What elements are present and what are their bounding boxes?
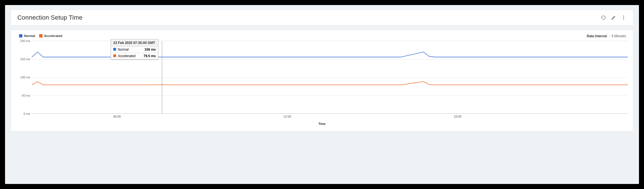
svg-point-1	[623, 17, 624, 18]
y-tick-label: 50 ms	[22, 94, 30, 97]
chart-toolbar	[600, 15, 627, 21]
legend-item-normal[interactable]: Normal	[19, 34, 35, 38]
pencil-icon	[611, 15, 616, 20]
chart-tooltip: 23 Feb 2020 07:35:00 GMT Normal 156 ms A…	[111, 39, 158, 59]
page-background: Connection Setup Time Normal Acce	[5, 5, 639, 184]
x-axis-label: Time	[16, 122, 628, 125]
y-tick-label: 200 ms	[20, 39, 30, 43]
x-axis: 06:0012:0018:00	[32, 114, 628, 122]
chart-card: Normal Accelerated Data Interval : 5 Min…	[11, 30, 633, 131]
tooltip-series-name: Normal	[118, 48, 129, 52]
tooltip-row: Normal 156 ms	[111, 46, 158, 53]
page-title: Connection Setup Time	[17, 14, 82, 21]
refresh-button[interactable]	[600, 15, 607, 21]
tooltip-row: Accelerated 79.5 ms	[111, 53, 158, 59]
hover-cursor-line	[162, 41, 162, 113]
data-interval-label: Data Interval	[587, 34, 607, 38]
plot-area-wrapper: 0 ms50 ms100 ms150 ms200 ms 23 Feb 2020 …	[16, 41, 628, 114]
legend-label: Accelerated	[44, 34, 62, 38]
refresh-icon	[601, 15, 606, 20]
legend-label: Normal	[24, 34, 35, 38]
tooltip-value: 156 ms	[140, 46, 158, 53]
tooltip-value: 79.5 ms	[140, 53, 158, 59]
tooltip-timestamp: 23 Feb 2020 07:35:00 GMT	[111, 39, 158, 46]
tooltip-table: Normal 156 ms Accelerated 79.5 ms	[111, 46, 158, 59]
y-axis: 0 ms50 ms100 ms150 ms200 ms	[16, 41, 32, 114]
svg-point-0	[623, 16, 624, 17]
grid-line	[32, 95, 628, 96]
title-card: Connection Setup Time	[11, 10, 633, 25]
y-tick-label: 0 ms	[23, 112, 30, 115]
legend-item-accelerated[interactable]: Accelerated	[39, 34, 62, 38]
tooltip-swatch-normal	[113, 48, 116, 51]
edit-button[interactable]	[610, 15, 617, 21]
x-tick-label: 12:00	[284, 115, 291, 118]
tooltip-series-name: Accelerated	[118, 54, 135, 58]
series-line-accelerated	[32, 81, 628, 85]
legend-swatch-accelerated	[39, 34, 43, 38]
chart-top-row: Normal Accelerated Data Interval : 5 Min…	[16, 33, 628, 40]
legend-swatch-normal	[19, 34, 22, 38]
chart-legend: Normal Accelerated	[19, 34, 62, 38]
y-tick-label: 100 ms	[20, 76, 30, 79]
svg-point-2	[623, 19, 624, 20]
y-tick-label: 150 ms	[20, 57, 30, 61]
data-interval: Data Interval : 5 Minutes	[587, 34, 626, 38]
x-tick-label: 18:00	[454, 115, 461, 118]
more-button[interactable]	[621, 15, 627, 21]
grid-line	[32, 77, 628, 78]
more-vertical-icon	[621, 15, 626, 20]
tooltip-swatch-accelerated	[113, 54, 116, 57]
x-tick-label: 06:00	[113, 115, 121, 118]
data-interval-value: 5 Minutes	[612, 34, 626, 38]
